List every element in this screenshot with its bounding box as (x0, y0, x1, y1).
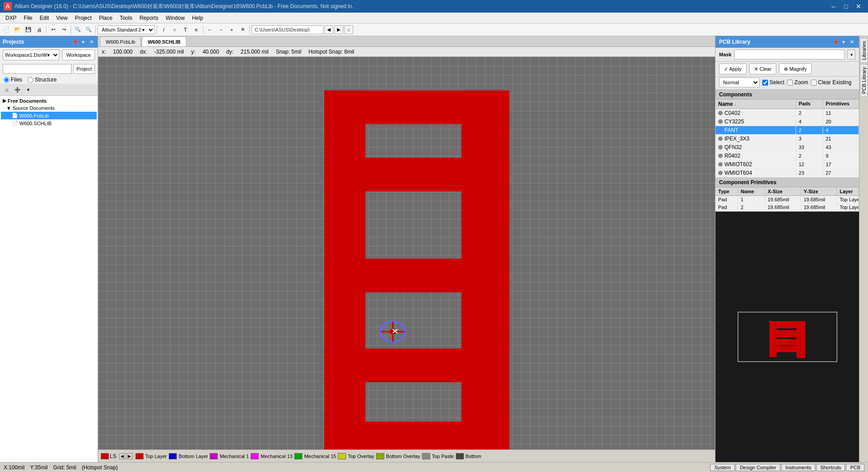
nav-home-btn[interactable]: ⌂ (344, 25, 353, 34)
menu-item-view[interactable]: View (53, 14, 72, 22)
status-system-btn[interactable]: System (710, 464, 735, 471)
rph-close-btn[interactable]: ✕ (848, 38, 855, 45)
col-primitives[interactable]: Primitives (823, 100, 859, 109)
component-row-cy3225[interactable]: CY3225 4 20 (715, 118, 859, 126)
rph-pin-btn[interactable]: 📌 (832, 38, 839, 45)
toolbar-btn-print[interactable]: 🖨 (34, 25, 44, 35)
prim-row-0[interactable]: Pad 1 19.685mil 19.685mil Top Layer (715, 196, 859, 204)
menu-item-edit[interactable]: Edit (36, 14, 53, 22)
pcb-canvas-area[interactable]: ✕ (98, 57, 715, 449)
search-input[interactable] (3, 64, 72, 74)
menu-item-place[interactable]: Place (95, 14, 116, 22)
toolbar-btn-line[interactable]: / (159, 25, 169, 35)
toolbar-btn-arrow-right[interactable]: → (216, 25, 226, 35)
magnify-button[interactable]: ⊕ Magnify (779, 64, 812, 74)
vtab-pcb-library[interactable]: PCB Library (860, 64, 868, 97)
toolbar-btn-cross[interactable]: ✕ (238, 25, 247, 35)
tree-item-source-docs[interactable]: ▼ Source Documents (1, 104, 97, 112)
menu-item-dxp[interactable]: DXP (2, 14, 20, 22)
toolbar-btn-save[interactable]: 💾 (23, 25, 33, 35)
component-row-c0402[interactable]: C0402 2 11 (715, 109, 859, 118)
component-row-qfn32[interactable]: QFN32 33 43 (715, 143, 859, 152)
status-shortcuts-btn[interactable]: Shortcuts (816, 464, 845, 471)
comp-primitives: 17 (823, 161, 859, 168)
component-row-r0402[interactable]: R0402 2 9 (715, 152, 859, 160)
normal-select[interactable]: Normal (719, 77, 760, 87)
layer-botoverlay-label[interactable]: Bottom Overlay (386, 454, 420, 459)
toolbar-btn-arrow-left[interactable]: ← (205, 25, 215, 35)
minimize-button[interactable]: – (828, 2, 839, 11)
status-x: X:100mil (4, 464, 25, 471)
component-row-wmiot604[interactable]: WMIOT604 23 27 (715, 169, 859, 177)
menu-item-tools[interactable]: Tools (116, 14, 136, 22)
check-select[interactable]: Select (762, 79, 784, 86)
standard-select[interactable]: Altium Standard 2 ▾ (98, 25, 155, 34)
layer-mech13-label[interactable]: Mechanical 13 (261, 454, 292, 459)
mask-input[interactable] (734, 50, 845, 59)
apply-button[interactable]: ✓ Apply (719, 64, 747, 74)
layer-prev-btn[interactable]: ◀ (119, 453, 126, 459)
layer-bottom2-label[interactable]: Bottom (466, 454, 481, 459)
menu-item-help[interactable]: Help (189, 14, 207, 22)
layer-topoverlay-label[interactable]: Top Overlay (348, 454, 374, 459)
vtab-libraries[interactable]: Libraries (860, 38, 868, 63)
project-button[interactable]: Project (73, 64, 95, 74)
prim-row-1[interactable]: Pad 2 19.685mil 19.685mil Top Layer (715, 204, 859, 211)
toolbar-btn-align[interactable]: ≡ (191, 25, 201, 35)
toolbar-btn-zoom-out[interactable]: 🔍 (84, 25, 94, 35)
layer-top-label[interactable]: Top Layer (145, 454, 167, 459)
panel-pin-btn[interactable]: 📌 (72, 38, 79, 45)
toolbar-btn-plus[interactable]: + (227, 25, 237, 35)
status-instruments-btn[interactable]: Instruments (781, 464, 815, 471)
prim-ysize: 19.685mil (801, 196, 837, 203)
component-row-fant[interactable]: FANT 2 4 (715, 126, 859, 135)
tab-schlib[interactable]: W600.SCHLIB (142, 36, 186, 46)
menu-item-window[interactable]: Window (162, 14, 189, 22)
menu-item-project[interactable]: Project (72, 14, 95, 22)
radio-files[interactable]: Files (4, 77, 22, 83)
toolbar-btn-new[interactable]: 📄 (2, 25, 12, 35)
rph-menu-btn[interactable]: ▾ (840, 38, 847, 45)
toolbar-btn-redo[interactable]: ↪ (59, 25, 69, 35)
toolbar-btn-open[interactable]: 📂 (13, 25, 22, 35)
panel-toolbar-home[interactable]: ⌂ (2, 85, 12, 95)
mask-dropdown-btn[interactable]: ▾ (847, 50, 855, 59)
toolbar-btn-text[interactable]: T (180, 25, 190, 35)
status-pcb-btn[interactable]: PCB (846, 464, 864, 471)
menu-item-file[interactable]: File (20, 14, 36, 22)
panel-toolbar-more[interactable]: ▾ (23, 85, 33, 95)
layer-mech15-label[interactable]: Mechanical 15 (304, 454, 336, 459)
maximize-button[interactable]: □ (840, 2, 852, 11)
check-zoom[interactable]: Zoom (787, 79, 808, 86)
tree-item-pcblib[interactable]: 📄 W600.PcbLib (1, 112, 97, 119)
toolbar-btn-circle[interactable]: ○ (170, 25, 180, 35)
panel-toolbar-add[interactable]: ➕ (13, 85, 22, 95)
close-button[interactable]: ✕ (853, 2, 864, 11)
tree-item-free-docs[interactable]: ▶ Free Documents (1, 97, 97, 104)
toolbar-btn-zoom-in[interactable]: 🔍 (73, 25, 83, 35)
pcblib-icon: 📄 (12, 113, 18, 118)
workspace-dropdown[interactable]: Workspace1.DsnW▾ (3, 50, 59, 60)
nav-forward-btn[interactable]: ▶ (334, 25, 343, 34)
check-clear-existing[interactable]: Clear Existing (811, 79, 851, 86)
toolbar-btn-undo[interactable]: ↩ (48, 25, 58, 35)
status-design-btn[interactable]: Design Compiler (736, 464, 780, 471)
col-pads[interactable]: Pads (796, 100, 823, 109)
panel-menu-btn[interactable]: ▾ (80, 38, 87, 45)
prim-col-xsize: X-Size (765, 187, 801, 195)
radio-structure[interactable]: Structure (27, 77, 57, 83)
component-row-ipex_3x3[interactable]: IPEX_3X3 3 21 (715, 135, 859, 143)
menu-item-reports[interactable]: Reports (136, 14, 162, 22)
panel-close-btn[interactable]: ✕ (88, 38, 95, 45)
layer-bottom-label[interactable]: Bottom Layer (179, 454, 208, 459)
tab-pcblib[interactable]: W600.PcbLib (100, 36, 141, 46)
workspace-button[interactable]: Workspace (62, 50, 95, 60)
layer-next-btn[interactable]: ▶ (126, 453, 133, 459)
col-name[interactable]: Name ↕ (715, 100, 796, 109)
clear-button[interactable]: ✕ Clear (749, 64, 776, 74)
tree-item-schlib[interactable]: 📄 W600.SCHLIB (1, 119, 97, 127)
nav-back-btn[interactable]: ◀ (324, 25, 333, 34)
component-row-wmiot602[interactable]: WMIOT602 12 17 (715, 160, 859, 169)
layer-toppaste-label[interactable]: Top Paste (432, 454, 454, 459)
layer-mech1-label[interactable]: Mechanical 1 (220, 454, 249, 459)
